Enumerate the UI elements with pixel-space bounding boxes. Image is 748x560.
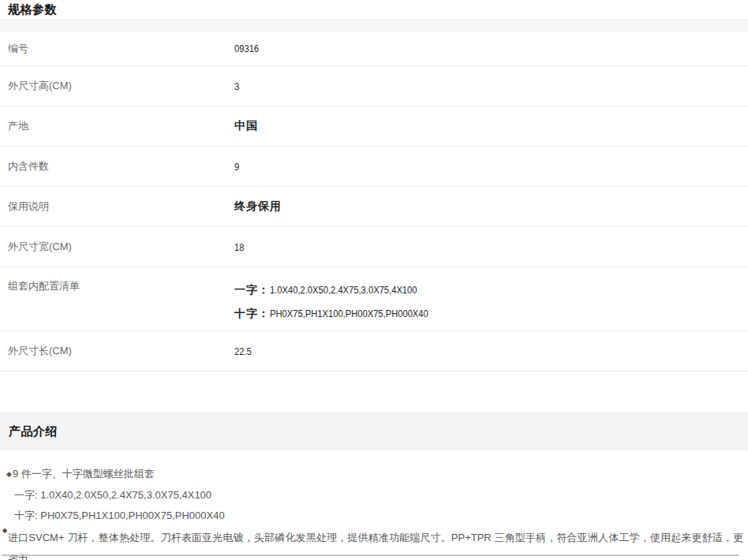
spec-label: 内含件数	[0, 159, 234, 174]
spec-value: 终身保用	[234, 200, 282, 214]
spec-label: 产地	[0, 119, 234, 133]
spec-label: 外尺寸高(CM)	[0, 79, 234, 93]
section-gap	[0, 371, 748, 412]
config-values: 1.0X40,2.0X50,2.4X75,3.0X75,4X100	[270, 278, 417, 302]
spec-row-height: 外尺寸高(CM) 3	[0, 66, 748, 106]
config-line-slotted: 一字：1.0X40,2.0X50,2.4X75,3.0X75,4X100	[234, 278, 454, 301]
spec-label: 编号	[0, 42, 234, 56]
spec-row-length: 外尺寸长(CM) 22.5	[0, 331, 748, 371]
spec-row-warranty: 保用说明 终身保用	[0, 187, 748, 227]
intro-section-header: 产品介绍	[0, 412, 748, 451]
spec-value: 09316	[234, 43, 259, 54]
spec-table: 编号 09316 外尺寸高(CM) 3 产地 中国 内含件数 9 保用说明 终身…	[0, 32, 748, 371]
spec-label: 保用说明	[0, 200, 234, 214]
intro-paragraph: 进口SVCM+ 刀杆，整体热处理。刀杆表面亚光电镀，头部磷化发黑处理，提供精准功…	[6, 527, 743, 560]
spec-row-piece-count: 内含件数 9	[0, 147, 748, 187]
intro-headline: ◆9 件一字、十字微型螺丝批组套	[6, 463, 742, 485]
spec-row-origin: 产地 中国	[0, 106, 748, 147]
section-divider-band	[0, 19, 748, 32]
spec-label: 外尺寸长(CM)	[0, 344, 234, 358]
spec-value: 中国	[234, 119, 258, 133]
spec-value: 3	[234, 80, 239, 92]
spec-row-width: 外尺寸宽(CM) 18	[0, 227, 748, 267]
config-values: PH0X75,PH1X100,PH00X75,PH000X40	[270, 302, 428, 326]
spec-config-list: 一字：1.0X40,2.0X50,2.4X75,3.0X75,4X100 十字：…	[234, 278, 454, 325]
intro-line-slotted: 一字: 1.0X40,2.0X50,2.4X75,3.0X75,4X100	[6, 485, 742, 506]
intro-section-title: 产品介绍	[9, 424, 58, 439]
intro-headline-text: 9 件一字、十字微型螺丝批组套	[13, 468, 155, 480]
diamond-bullet-icon: ◆	[6, 470, 12, 478]
intro-line-phillips: 十字: PH0X75,PH1X100,PH00X75,PH000X40	[6, 506, 742, 526]
spec-value: 22.5	[234, 345, 252, 357]
spec-label: 外尺寸宽(CM)	[0, 240, 234, 254]
product-detail-page: 规格参数 编号 09316 外尺寸高(CM) 3 产地 中国 内含件数 9 保用…	[0, 0, 748, 560]
config-prefix: 十字：	[234, 307, 270, 319]
diamond-bullet-icon: ◆	[2, 527, 7, 534]
spec-row-item-number: 编号 09316	[0, 32, 748, 66]
spec-section-title: 规格参数	[0, 0, 748, 19]
config-line-phillips: 十字：PH0X75,PH1X100,PH00X75,PH000X40	[234, 301, 454, 325]
spec-row-set-contents: 组套内配置清单 一字：1.0X40,2.0X50,2.4X75,3.0X75,4…	[0, 267, 748, 331]
config-prefix: 一字：	[234, 283, 270, 296]
intro-body: ◆9 件一字、十字微型螺丝批组套 一字: 1.0X40,2.0X50,2.4X7…	[0, 451, 748, 560]
spec-value: 18	[234, 241, 244, 253]
spec-label: 组套内配置清单	[0, 278, 234, 293]
spec-value: 9	[234, 161, 239, 173]
